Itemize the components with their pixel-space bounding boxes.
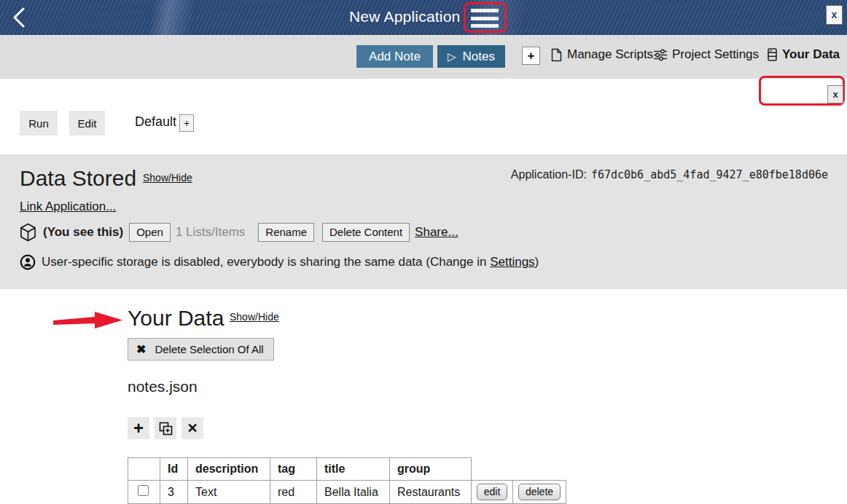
profile-label: Default (135, 114, 176, 130)
app-window: New Application x Add Note ▷ Notes + Man… (0, 0, 847, 504)
file-name: notes.json (128, 378, 198, 395)
your-data-show-hide-link[interactable]: Show/Hide (230, 311, 279, 323)
application-id: Application-ID: f67dc0b6_abd5_4fad_9427_… (511, 168, 828, 181)
row-edit-button[interactable]: edit (477, 484, 508, 500)
page-title: New Application (349, 8, 460, 25)
header-tag: tag (270, 458, 317, 481)
share-link[interactable]: Share... (415, 225, 458, 240)
duplicate-icon (159, 422, 173, 436)
panel-close-button[interactable]: x (827, 85, 843, 103)
application-id-label: Application-ID: (511, 168, 587, 181)
cell-tag: red (270, 481, 317, 504)
link-application-link[interactable]: Link Application... (20, 200, 116, 214)
edit-button[interactable]: Edit (69, 111, 105, 135)
data-stored-section: Data Stored Show/Hide Application-ID: f6… (0, 154, 847, 289)
delete-selection-button[interactable]: ✖ Delete Selection Of All (128, 338, 274, 361)
header-title: title (317, 458, 390, 481)
data-table: Id description tag title group 3 Text re… (128, 457, 566, 504)
window-close-button[interactable]: x (826, 5, 843, 25)
data-stored-show-hide-link[interactable]: Show/Hide (143, 172, 192, 184)
list-actions-bar: + ✕ (128, 417, 203, 439)
cell-select (128, 481, 160, 504)
table-header-row: Id description tag title group (128, 458, 566, 481)
your-data-label: Your Data (782, 47, 840, 62)
row-select-checkbox[interactable] (138, 485, 149, 496)
open-button[interactable]: Open (129, 223, 171, 242)
hamburger-icon (471, 17, 499, 20)
cell-id: 3 (160, 481, 188, 504)
chevron-left-icon (10, 7, 28, 28)
user-icon (20, 254, 36, 270)
x-icon: ✖ (136, 342, 146, 356)
document-icon (551, 48, 562, 62)
header-id: Id (160, 458, 188, 481)
delete-selection-label: Delete Selection Of All (155, 343, 263, 355)
row-delete-button[interactable]: delete (518, 484, 561, 500)
sliders-icon (654, 49, 667, 61)
delete-item-button[interactable]: ✕ (182, 417, 203, 439)
duplicate-item-button[interactable] (155, 417, 176, 439)
play-icon: ▷ (448, 50, 456, 63)
storage-note: User-specific storage is disabled, every… (42, 255, 539, 269)
project-settings-button[interactable]: Project Settings (654, 47, 759, 62)
application-id-value: f67dc0b6_abd5_4fad_9427_e80fbe18d06e (591, 168, 828, 181)
annotation-arrow (53, 309, 123, 331)
run-button[interactable]: Run (20, 111, 58, 135)
lists-items-count: 1 Lists/Items (176, 225, 245, 240)
header-description: description (188, 458, 270, 481)
cube-icon (20, 223, 36, 242)
hamburger-icon (471, 24, 499, 28)
hamburger-icon (471, 9, 499, 12)
cell-edit: edit (472, 481, 513, 504)
manage-scripts-button[interactable]: Manage Scripts (551, 47, 653, 62)
add-tab-button[interactable]: + (522, 47, 540, 65)
visibility-label: (You see this) (43, 225, 123, 240)
notes-button-label: Notes (463, 50, 495, 64)
user-storage-row: User-specific storage is disabled, every… (20, 253, 539, 272)
delete-content-button[interactable]: Delete Content (322, 223, 410, 242)
header-select (128, 458, 160, 481)
header-group: group (390, 458, 472, 481)
cell-description: Text (188, 481, 270, 504)
add-profile-button[interactable]: + (179, 114, 194, 132)
manage-scripts-label: Manage Scripts (567, 47, 653, 62)
database-icon (768, 48, 777, 61)
cell-delete: delete (513, 481, 566, 504)
cell-title: Bella Italia (317, 481, 390, 504)
data-stored-title: Data Stored (20, 166, 136, 191)
menu-button[interactable] (471, 9, 500, 28)
add-item-button[interactable]: + (128, 417, 149, 439)
back-button[interactable] (9, 7, 29, 28)
top-navigation-bar: New Application x (0, 0, 847, 35)
notes-button[interactable]: ▷ Notes (437, 45, 505, 68)
your-data-button[interactable]: Your Data (768, 47, 840, 62)
add-note-button[interactable]: Add Note (356, 45, 433, 68)
cell-group: Restaurants (390, 481, 472, 504)
table-row: 3 Text red Bella Italia Restaurants edit… (128, 481, 566, 504)
project-settings-label: Project Settings (672, 47, 759, 62)
storage-visibility-row: (You see this) Open 1 Lists/Items Rename… (20, 221, 458, 243)
your-data-title: Your Data (128, 306, 224, 331)
action-toolbar: Add Note ▷ Notes + Manage Scripts Projec… (0, 35, 847, 79)
rename-button[interactable]: Rename (258, 223, 314, 242)
settings-link[interactable]: Settings (490, 255, 534, 269)
